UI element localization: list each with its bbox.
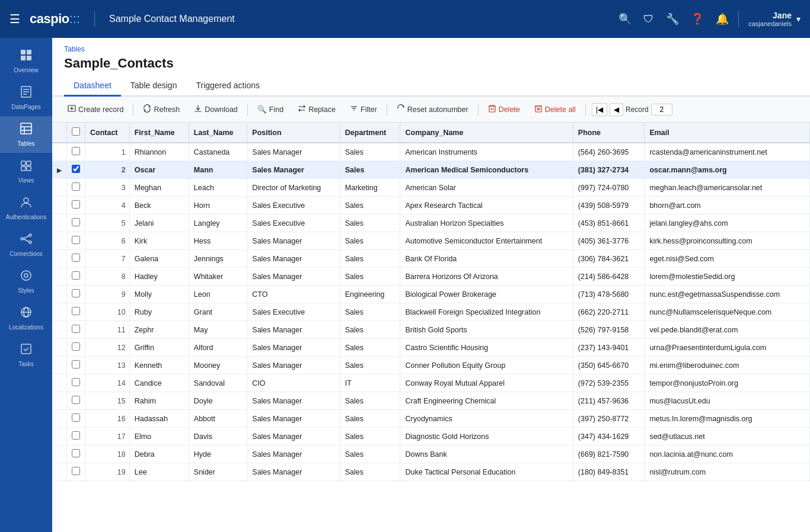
hamburger-menu[interactable]: ☰ [9,12,20,26]
breadcrumb[interactable]: Tables [52,38,810,55]
sidebar-item-tables[interactable]: Tables [0,116,52,153]
row-phone: (669) 821-7590 [573,446,645,463]
expand-arrow-icon[interactable]: ▶ [57,167,62,174]
row-num-cell: 11 [85,321,130,339]
row-checkbox-cell [67,268,85,286]
row-email: urna@PraesentinterdumLigula.com [645,339,810,357]
row-checkbox[interactable] [72,378,80,386]
svg-point-16 [24,198,28,203]
row-position: Director of Marketing [247,179,340,197]
first-record-button[interactable]: |◀ [592,103,607,116]
row-checkbox[interactable] [72,271,80,280]
row-checkbox[interactable] [72,182,80,191]
row-department: Sales [340,214,400,232]
table-row: 18 Debra Hyde Sales Manager Sales Downs … [52,446,810,463]
row-email: kirk.hess@proinconsulting.com [645,232,810,250]
bell-icon[interactable]: 🔔 [716,12,729,25]
row-position: Sales Manager [247,428,340,446]
delete-all-button[interactable]: Delete all [528,101,582,117]
row-position: Sales Manager [247,392,340,410]
row-phone: (453) 851-8661 [573,214,645,232]
row-checkbox[interactable] [72,289,80,297]
user-username: casjanedaniels [748,20,792,27]
row-department: Sales [340,428,400,446]
row-checkbox[interactable] [72,396,80,404]
row-email: jelani.langley@ahs.com [645,214,810,232]
row-company: Downs Bank [400,446,573,463]
tab-table-design[interactable]: Table design [121,76,187,97]
row-checkbox[interactable] [72,218,80,226]
select-all-checkbox[interactable] [72,127,80,136]
row-position: Sales Manager [247,339,340,357]
wrench-icon[interactable]: 🔧 [666,12,679,25]
row-checkbox[interactable] [72,449,80,457]
sidebar-item-localizations[interactable]: Localizations [0,300,52,336]
row-company: Castro Scientific Housing [400,339,573,357]
toolbar-sep-5 [585,104,586,116]
record-number-input[interactable] [651,104,672,116]
row-checkbox[interactable] [72,431,80,440]
delete-button[interactable]: Delete [482,101,526,117]
row-expand-cell [52,214,67,232]
sidebar-item-overview[interactable]: Overview [0,43,52,79]
row-checkbox[interactable] [72,200,80,209]
row-checkbox[interactable] [72,342,80,351]
filter-icon [350,104,358,114]
styles-icon [20,269,33,285]
row-first-name: Zephr [129,321,189,339]
row-checkbox[interactable] [72,414,80,422]
row-phone: (306) 784-3621 [573,250,645,268]
replace-button[interactable]: Replace [292,101,342,117]
help-icon[interactable]: ❓ [691,12,704,25]
row-company: American Instruments [400,143,573,161]
table-row: 5 Jelani Langley Sales Executive Sales A… [52,214,810,232]
row-checkbox[interactable] [72,360,80,368]
tab-triggered-actions[interactable]: Triggered actions [186,76,269,97]
filter-button[interactable]: Filter [344,101,383,117]
row-department: Sales [340,303,400,321]
reset-autonumber-button[interactable]: Reset autonumber [391,101,474,117]
refresh-button[interactable]: Refresh [137,101,186,117]
sidebar-item-datapages[interactable]: DataPages [0,79,52,116]
row-checkbox[interactable] [72,254,80,262]
reset-icon [397,104,405,114]
toolbar-sep-2 [247,104,248,116]
svg-rect-0 [21,50,25,55]
row-company: British Gold Sports [400,321,573,339]
tab-datasheet[interactable]: Datasheet [64,76,121,97]
search-icon[interactable]: 🔍 [618,12,632,25]
row-checkbox[interactable] [72,165,80,173]
row-num-cell: 6 [85,232,130,250]
row-checkbox[interactable] [72,467,80,475]
row-checkbox[interactable] [72,325,80,333]
table-row: 16 Hadassah Abbott Sales Manager Sales C… [52,410,810,428]
sidebar-item-connections[interactable]: Connections [0,226,52,263]
download-button[interactable]: Download [188,101,244,117]
find-button[interactable]: 🔍 Find [251,102,289,117]
row-expand-cell [52,232,67,250]
row-department: Sales [340,321,400,339]
row-email: mi.enim@liberoduinec.com [645,357,810,374]
row-num-cell: 2 [85,161,130,179]
row-first-name: Meghan [129,179,189,197]
shield-icon[interactable]: 🛡 [643,13,654,25]
sidebar-item-tasks[interactable]: Tasks [0,336,52,373]
row-first-name: Lee [129,463,189,481]
sidebar-item-authentications[interactable]: Authentications [0,190,52,226]
row-checkbox[interactable] [72,236,80,244]
row-num-cell: 8 [85,268,130,286]
row-checkbox[interactable] [72,147,80,155]
user-info[interactable]: Jane casjanedaniels ▾ [738,11,801,27]
row-department: Sales [340,268,400,286]
row-company: Biological Power Brokerage [400,286,573,303]
row-checkbox[interactable] [72,307,80,315]
row-phone: (214) 586-6428 [573,268,645,286]
sidebar-item-views[interactable]: Views [0,153,52,190]
create-record-button[interactable]: Create record [62,101,129,117]
sidebar-item-styles[interactable]: Styles [0,263,52,300]
row-position: Sales Manager [247,357,340,374]
row-company: Cryodynamics [400,410,573,428]
row-position: Sales Manager [247,161,340,179]
logo-text: caspio [30,11,69,27]
prev-record-button[interactable]: ◀ [610,103,623,116]
